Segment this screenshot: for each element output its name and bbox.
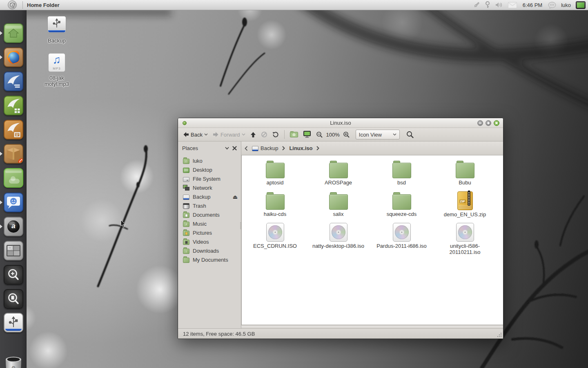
sidebar-item-backup[interactable]: Backup ⏏ (178, 192, 241, 201)
sidebar-item-my-documents[interactable]: My Documents (178, 255, 241, 264)
folder-icon (183, 258, 189, 263)
sidebar-item-downloads[interactable]: ↓ Downloads (178, 246, 241, 255)
dock-usb-drive[interactable] (4, 313, 23, 332)
file-item[interactable]: aptosid (243, 158, 307, 189)
forward-button[interactable]: Forward (211, 130, 247, 139)
usb-drive-icon (47, 16, 66, 33)
dock-firefox[interactable] (4, 47, 23, 67)
file-item[interactable]: natty-desktop-i386.iso (307, 221, 370, 255)
file-item[interactable]: squeeze-cds (370, 189, 433, 221)
stylus-tablet-icon[interactable] (473, 1, 480, 9)
chevron-down-icon[interactable] (225, 147, 229, 150)
zoom-in-button[interactable] (341, 130, 352, 139)
statusbar: 12 items, Free space: 46.5 GB (178, 328, 503, 339)
file-item[interactable]: Pardus-2011-i686.iso (370, 221, 433, 255)
home-folder-button[interactable] (288, 129, 300, 140)
breadcrumb-separator-icon (282, 146, 285, 150)
desktop-icon-label: 08-jak motyl.mp3 (39, 75, 75, 87)
stop-icon (261, 131, 267, 138)
maximize-button[interactable] (486, 120, 491, 126)
eject-icon[interactable]: ⏏ (233, 194, 238, 200)
window-resize-grip[interactable] (497, 332, 502, 337)
file-item[interactable]: unitycli-i586-20110211.iso (433, 221, 497, 255)
file-view[interactable]: aptosid AROSPage bsd Bubu (241, 155, 503, 325)
view-mode-select[interactable]: Icon View (356, 130, 400, 139)
computer-icon (303, 130, 311, 139)
places-header[interactable]: Places (182, 145, 198, 151)
chat-bubble-icon[interactable] (548, 2, 556, 9)
sidebar-item-network[interactable]: Network (178, 183, 241, 192)
folder-music-icon: ♪ (183, 222, 189, 227)
mail-icon[interactable] (508, 2, 517, 8)
amarok-letter: a (11, 222, 15, 230)
file-item[interactable]: ZIP demo_EN_US.zip (433, 189, 497, 221)
breadcrumb-current[interactable]: Linux.iso (287, 144, 314, 152)
titlebar[interactable]: Linux.iso (178, 118, 503, 128)
zoom-out-button[interactable] (314, 130, 325, 139)
volume-icon[interactable] (495, 2, 503, 8)
sidebar-item-documents[interactable]: Documents (178, 210, 241, 219)
sidebar-item-file-system[interactable]: File System (178, 174, 241, 183)
dock-software-center[interactable] (4, 144, 23, 164)
folder-icon (266, 163, 285, 178)
file-item[interactable]: ECS_CDRUN.ISO (243, 221, 307, 255)
sidebar-item-desktop[interactable]: Desktop (178, 165, 241, 174)
main-menu-icon[interactable] (8, 0, 17, 9)
sidebar-item-videos[interactable]: Videos (178, 237, 241, 246)
file-item[interactable]: salix (307, 189, 370, 221)
back-button[interactable]: Back (181, 130, 209, 139)
file-label: haiku-cds (249, 211, 301, 217)
view-mode-value: Icon View (359, 132, 382, 138)
dock-office-impress[interactable] (4, 120, 23, 139)
session-display-icon[interactable] (576, 1, 586, 9)
close-button[interactable] (494, 120, 499, 126)
sidebar-item-music[interactable]: ♪ Music (178, 219, 241, 228)
file-item[interactable]: Bubu (433, 158, 497, 189)
iso-image-icon (330, 223, 347, 242)
desktop-icon-backup[interactable]: Backup (39, 15, 75, 44)
dock-zoom-search[interactable] (4, 265, 23, 285)
desktop-icon-mp3[interactable]: ♫ MP3 08-jak motyl.mp3 (39, 53, 75, 87)
breadcrumb-scroll-left-icon[interactable] (245, 146, 248, 151)
keyring-icon[interactable] (485, 1, 490, 9)
horizontal-scrollbar[interactable] (241, 325, 503, 328)
dock-file-search[interactable] (4, 289, 23, 309)
running-indicator (0, 224, 2, 229)
username[interactable]: luko (561, 2, 571, 8)
breadcrumb-backup[interactable]: Backup (250, 144, 280, 152)
mp3-file-icon: ♫ MP3 (48, 53, 65, 72)
status-text: 12 items, Free space: 46.5 GB (183, 331, 255, 337)
dock-office-writer[interactable] (4, 72, 23, 91)
sidebar-item-pictures[interactable]: Pictures (178, 228, 241, 237)
sidebar-item-luko[interactable]: ⌂ luko (178, 156, 241, 165)
up-button[interactable] (249, 130, 258, 139)
dock-messenger[interactable] (4, 193, 23, 212)
breadcrumb-parent-label: Backup (261, 145, 278, 151)
cloud-icon (9, 179, 20, 184)
file-item[interactable]: bsd (370, 158, 433, 189)
active-window-title: Home Folder (27, 2, 59, 8)
dock-trash[interactable]: ♻ (4, 356, 23, 368)
forward-arrow-icon (213, 132, 219, 137)
dock-amarok[interactable]: a (4, 217, 23, 236)
folder-pictures-icon (183, 231, 189, 236)
dock-cloud-folder[interactable] (4, 168, 23, 188)
mp3-tag: MP3 (49, 67, 65, 70)
file-item[interactable]: haiku-cds (243, 189, 307, 221)
stop-button[interactable] (259, 130, 269, 139)
running-indicator (0, 55, 2, 59)
minimize-button[interactable] (477, 120, 483, 126)
clock[interactable]: 6:46 PM (522, 2, 543, 8)
home-folder-icon: ⌂ (183, 159, 189, 164)
dock-workspace-switcher[interactable] (4, 241, 23, 260)
refresh-button[interactable] (271, 130, 281, 139)
search-button[interactable] (405, 130, 415, 139)
computer-button[interactable] (301, 129, 313, 140)
breadcrumb-separator-icon (316, 146, 319, 150)
dock-office-calc[interactable] (4, 96, 23, 115)
file-item[interactable]: AROSPage (307, 158, 370, 189)
close-sidebar-icon[interactable] (232, 146, 237, 150)
sidebar-item-trash[interactable]: Trash (178, 201, 241, 210)
system-tray: 6:46 PM luko (473, 1, 588, 9)
dock-home-folder[interactable] (4, 23, 23, 43)
